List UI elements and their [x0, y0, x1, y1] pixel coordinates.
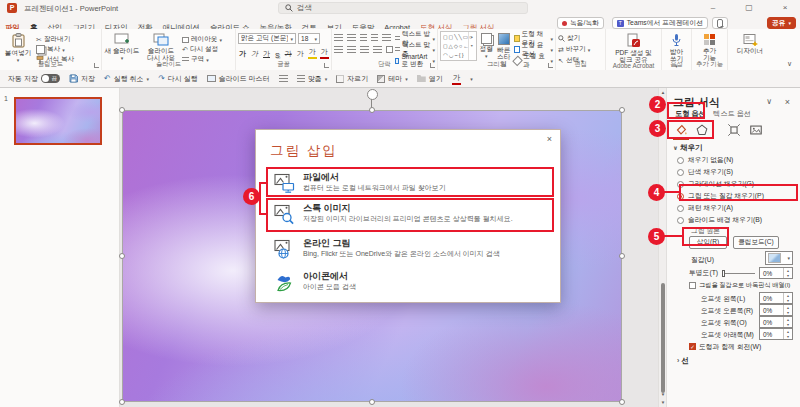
italic-button[interactable]: 가 — [250, 49, 259, 59]
spinner-arrows[interactable]: ▴▾ — [783, 293, 792, 303]
text-highlight-button[interactable]: 가 — [308, 47, 317, 59]
rotate-with-shape-checkbox[interactable]: ✓ — [689, 343, 696, 350]
rotate-handle[interactable] — [367, 89, 378, 100]
collapse-ribbon-icon[interactable]: ∨ — [787, 60, 792, 68]
shape-gallery-scrollbar[interactable]: ▴ ▾ — [468, 32, 476, 60]
scrollbar-thumb[interactable] — [661, 283, 665, 393]
selection-handle-middle-right[interactable] — [619, 253, 625, 259]
dialog-close-icon[interactable]: × — [547, 134, 552, 144]
tile-checkbox[interactable] — [689, 282, 696, 289]
guides-button[interactable] — [279, 75, 288, 83]
font-name-combo[interactable]: 맑은 고딕 (본문) ▾ — [238, 33, 296, 44]
slide-master-button[interactable]: 슬라이드 마스터 — [207, 74, 270, 84]
reuse-slides-button[interactable]: 슬라이드 다시 사용 — [142, 31, 180, 61]
offset-bottom-spinner[interactable]: 0% ▴▾ — [759, 328, 793, 340]
align-objects-button[interactable]: 맞춤 ▾ — [297, 74, 328, 84]
undo-button[interactable]: ↶ 실행 취소 ▾ — [104, 74, 149, 84]
clipboard-source-button[interactable]: 클립보드(C) — [733, 236, 779, 249]
fill-section-header[interactable]: ∨ 채우기 — [673, 143, 702, 153]
selection-handle-top-middle[interactable] — [369, 107, 375, 113]
align-right-icon[interactable] — [360, 46, 369, 54]
transparency-slider[interactable] — [723, 273, 755, 274]
line-spacing-icon[interactable] — [382, 34, 391, 42]
maximize-button[interactable]: ▢ — [738, 1, 760, 14]
open-button[interactable]: 열기 — [417, 74, 443, 84]
autosave-switch[interactable]: 끔 — [41, 74, 60, 83]
search-box[interactable]: 검색 — [278, 2, 528, 14]
theme-button[interactable]: 테마 ▾ — [377, 74, 408, 84]
underline-button[interactable]: 가 — [262, 49, 271, 59]
reset-button[interactable]: ↶ 다시 설정 — [182, 45, 222, 54]
drawing-dialog-launcher[interactable] — [548, 63, 553, 68]
fill-option-solid[interactable]: 단색 채우기(S) — [677, 167, 733, 177]
present-in-teams-button[interactable]: T Teams에서 프레젠테이션 — [612, 17, 708, 29]
offset-right-spinner[interactable]: 0% ▴▾ — [759, 304, 793, 316]
picture-options-icon[interactable] — [748, 122, 764, 138]
record-button[interactable]: 녹음/녹화 — [557, 17, 604, 29]
crop-button[interactable]: 자르기 — [336, 74, 368, 84]
copy-button[interactable]: 복사 ▾ — [36, 45, 74, 54]
pane-tab-text-options[interactable]: 텍스트 옵션 — [713, 109, 751, 119]
font-size-combo[interactable]: 18 ▾ — [298, 33, 320, 44]
addins-button[interactable]: 추가 기능 — [697, 31, 723, 61]
find-button[interactable]: 찾기 — [558, 34, 590, 43]
text-shadow-button[interactable]: S — [274, 52, 281, 59]
offset-left-spinner[interactable]: 0% ▴▾ — [759, 292, 793, 304]
fill-option-none[interactable]: 채우기 없음(N) — [677, 155, 733, 165]
selection-handle-middle-left[interactable] — [119, 253, 125, 259]
indent-decrease-icon[interactable] — [360, 34, 367, 42]
arrange-button[interactable]: 정렬 ▾ — [479, 31, 494, 60]
pane-close-icon[interactable]: × — [785, 97, 790, 107]
offset-top-spinner[interactable]: 0% ▴▾ — [759, 316, 793, 328]
selection-handle-bottom-left[interactable] — [119, 399, 125, 405]
pane-collapse-icon[interactable]: ∨ — [766, 97, 772, 106]
transparency-slider-knob[interactable] — [722, 270, 725, 277]
clipboard-dialog-launcher[interactable] — [94, 63, 99, 68]
selection-handle-top-left[interactable] — [119, 107, 125, 113]
selection-handle-top-right[interactable] — [619, 107, 625, 113]
fill-option-slide-background[interactable]: 슬라이드 배경 채우기(B) — [677, 215, 762, 225]
slide-thumbnail[interactable] — [14, 97, 102, 145]
spinner-arrows[interactable]: ▴▾ — [783, 305, 792, 315]
font-dialog-launcher[interactable] — [324, 63, 329, 68]
qat-overflow-button[interactable]: ▾ — [470, 76, 473, 82]
replace-button[interactable]: ⇄ 바꾸기 ▾ — [558, 45, 590, 54]
strikethrough-button[interactable]: 가 — [284, 49, 293, 59]
indent-increase-icon[interactable] — [371, 34, 378, 42]
selection-handle-bottom-middle[interactable] — [369, 399, 375, 405]
align-center-icon[interactable] — [347, 46, 356, 54]
spinner-arrows[interactable]: ▴▾ — [783, 329, 792, 339]
align-left-icon[interactable] — [334, 46, 343, 54]
comments-button[interactable] — [712, 17, 728, 29]
columns-icon[interactable] — [386, 46, 393, 53]
share-button[interactable]: 공유 ▾ — [767, 17, 796, 29]
layout-button[interactable]: 레이아웃 ▾ — [182, 35, 222, 44]
dialog-item-online-pictures[interactable]: 온라인 그림 Bing, Flickr 또는 OneDrive와 같은 온라인 … — [273, 238, 500, 260]
close-window-button[interactable]: × — [774, 1, 796, 14]
spinner-arrows[interactable]: ▴▾ — [783, 268, 792, 278]
dialog-item-from-icons[interactable]: 아이콘에서 아이콘 모음 검색 — [273, 271, 356, 293]
numbering-icon[interactable] — [347, 34, 356, 42]
transparency-spinner[interactable]: 0% ▴▾ — [759, 267, 793, 279]
redo-button[interactable]: ↷ 다시 실행 — [158, 74, 198, 84]
line-section-header[interactable]: › 선 — [677, 356, 689, 366]
font-color-button[interactable]: 가 — [320, 47, 329, 59]
autosave-toggle[interactable]: 자동 저장 끔 — [8, 74, 60, 84]
bold-button[interactable]: 가 — [238, 49, 247, 59]
shape-gallery[interactable]: ◻◻╲╲▭○ ◻△◇○← ◠◡~{} ▴ ▾ — [440, 31, 477, 61]
minimize-button[interactable]: – — [702, 1, 724, 14]
fill-option-pattern[interactable]: 패턴 채우기(A) — [677, 203, 733, 213]
selection-handle-bottom-right[interactable] — [619, 399, 625, 405]
cut-button[interactable]: ✂ 잘라내기 — [36, 35, 74, 44]
spinner-arrows[interactable]: ▴▾ — [783, 317, 792, 327]
paragraph-dialog-launcher[interactable] — [430, 63, 435, 68]
pdf-create-button[interactable]: PDF 생성 및 링크 공유 — [612, 31, 656, 63]
new-slide-button[interactable]: 새 슬라이드 ▾ — [104, 31, 140, 62]
designer-button[interactable]: 디자이너 — [733, 31, 767, 54]
save-button[interactable]: 저장 — [69, 74, 95, 84]
character-spacing-button[interactable]: 가 — [296, 49, 305, 59]
justify-icon[interactable] — [373, 46, 382, 54]
size-properties-icon[interactable] — [726, 122, 742, 138]
bullets-icon[interactable] — [334, 34, 343, 42]
qat-font-color-button[interactable]: 가 — [452, 73, 462, 85]
